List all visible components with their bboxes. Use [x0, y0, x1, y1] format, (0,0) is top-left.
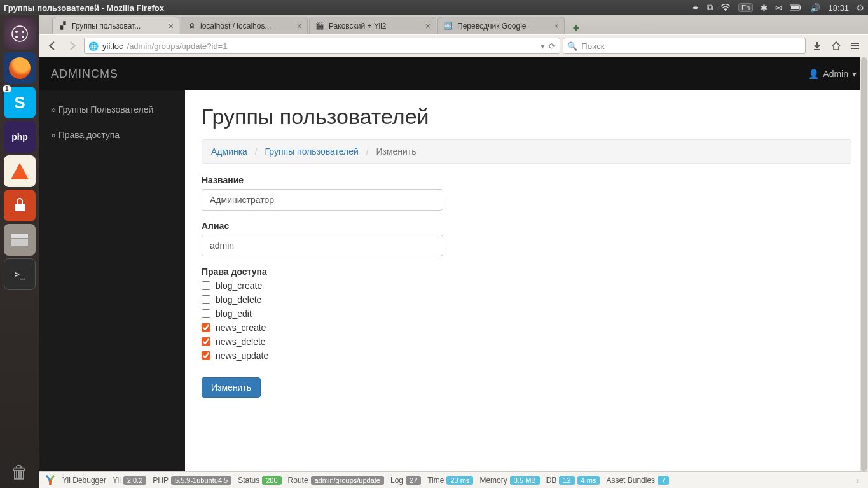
tab-strip: ▞ Группы пользоват... × 🛢 localhost / lo…: [39, 15, 868, 34]
terminal-icon[interactable]: [4, 258, 36, 290]
reload-icon[interactable]: ⟳: [549, 41, 556, 51]
svg-point-4: [12, 26, 27, 41]
debug-title: Yii Debugger: [62, 476, 106, 485]
permission-checkbox[interactable]: [202, 309, 210, 318]
svg-rect-10: [11, 234, 28, 238]
debug-php-version: 5.5.9-1ubuntu4.5: [171, 476, 231, 485]
svg-rect-9: [15, 204, 25, 211]
alias-input[interactable]: [202, 235, 443, 256]
new-tab-button[interactable]: +: [568, 22, 584, 34]
name-input[interactable]: [202, 189, 443, 211]
permissions-label: Права доступа: [202, 267, 851, 277]
breadcrumb-link[interactable]: Админка: [211, 146, 247, 157]
permission-checkbox[interactable]: [202, 281, 210, 290]
gear-icon[interactable]: ⚙: [857, 3, 864, 13]
debug-status: 200: [262, 476, 281, 485]
debug-db-queries: 12: [559, 476, 574, 485]
permission-row: blog_edit: [202, 309, 851, 319]
breadcrumb: Админка / Группы пользователей / Изменит…: [202, 139, 851, 164]
permission-row: news_update: [202, 351, 851, 361]
volume-icon[interactable]: 🔊: [810, 3, 820, 13]
breadcrumb-link[interactable]: Группы пользователей: [265, 146, 359, 157]
favicon-icon: ▞: [58, 21, 68, 31]
name-label: Название: [202, 175, 851, 185]
firefox-icon[interactable]: [4, 52, 36, 84]
content-area: Группы пользователей Админка / Группы по…: [185, 90, 868, 471]
permission-checkbox[interactable]: [202, 295, 210, 304]
skype-icon[interactable]: 1 S: [4, 87, 36, 118]
search-icon: 🔍: [567, 41, 577, 51]
tab-close-icon[interactable]: ×: [425, 21, 431, 31]
tab-close-icon[interactable]: ×: [554, 21, 559, 31]
permission-checkbox[interactable]: [202, 337, 210, 346]
phpstorm-icon[interactable]: php: [4, 121, 36, 153]
search-placeholder: Поиск: [581, 41, 604, 51]
tab-label: Раковский + Yii2: [329, 22, 422, 31]
skype-badge: 1: [3, 85, 11, 92]
user-name: Admin: [823, 69, 848, 79]
permission-checkbox[interactable]: [202, 323, 210, 332]
permissions-list: blog_createblog_deleteblog_editnews_crea…: [202, 281, 851, 361]
debug-collapse-icon[interactable]: ›: [852, 475, 863, 485]
submit-button[interactable]: Изменить: [202, 377, 261, 398]
home-button[interactable]: [827, 37, 845, 55]
clock[interactable]: 18:31: [828, 3, 849, 13]
browser-tab[interactable]: 🎬 Раковский + Yii2 ×: [309, 17, 436, 34]
permission-row: news_create: [202, 323, 851, 333]
dash-icon[interactable]: [4, 18, 36, 50]
url-bar[interactable]: 🌐 yii.loc/admin/groups/update?id=1 ▾⟳: [84, 38, 560, 54]
debug-yii-version: 2.0.2: [123, 476, 146, 485]
debug-route: admin/groups/update: [311, 476, 384, 485]
feather-icon[interactable]: ✒: [692, 3, 699, 13]
chevron-down-icon: ▾: [852, 69, 857, 79]
svg-point-5: [15, 31, 18, 33]
brand[interactable]: ADMINCMS: [51, 67, 118, 81]
file-manager-icon[interactable]: [4, 224, 36, 256]
breadcrumb-active: Изменить: [376, 146, 416, 157]
forward-button[interactable]: [64, 37, 81, 55]
keyboard-layout[interactable]: En: [738, 3, 753, 12]
battery-icon[interactable]: [790, 4, 803, 11]
tab-close-icon[interactable]: ×: [169, 21, 174, 31]
software-center-icon[interactable]: [4, 190, 36, 221]
dropbox-icon[interactable]: ⧉: [707, 3, 713, 13]
svg-point-6: [22, 31, 24, 33]
yii-debug-bar[interactable]: Yii Debugger Yii2.0.2 PHP5.5.9-1ubuntu4.…: [39, 471, 868, 488]
page-title: Группы пользователей: [202, 104, 851, 129]
mail-icon[interactable]: ✉: [775, 3, 782, 13]
browser-tab[interactable]: 🛢 localhost / localhos... ×: [181, 17, 308, 34]
browser-tab[interactable]: ▞ Группы пользоват... ×: [52, 17, 179, 34]
tab-label: localhost / localhos...: [200, 22, 293, 31]
downloads-button[interactable]: [808, 37, 826, 55]
permission-checkbox[interactable]: [202, 351, 210, 360]
vertical-scrollbar[interactable]: [860, 57, 868, 471]
tab-label: Переводчик Google: [457, 22, 550, 31]
debug-log: 27: [406, 476, 421, 485]
tab-close-icon[interactable]: ×: [297, 21, 302, 31]
search-bar[interactable]: 🔍 Поиск: [563, 38, 806, 54]
permission-row: blog_create: [202, 281, 851, 291]
browser-tab[interactable]: 🔤 Переводчик Google ×: [437, 17, 565, 34]
bluetooth-icon[interactable]: ✱: [761, 3, 768, 13]
svg-rect-2: [800, 6, 801, 9]
wifi-icon[interactable]: [720, 4, 731, 11]
side-nav: » Группы Пользователей » Права доступа: [39, 90, 185, 471]
debug-db-time: 4 ms: [577, 476, 600, 485]
window-title: Группы пользователей - Mozilla Firefox: [4, 3, 692, 13]
app-header: ADMINCMS 👤 Admin ▾: [39, 57, 868, 90]
dropdown-icon[interactable]: ▾: [541, 41, 545, 51]
alias-label: Алиас: [202, 221, 851, 231]
nav-groups[interactable]: » Группы Пользователей: [39, 97, 185, 122]
nav-permissions[interactable]: » Права доступа: [39, 122, 185, 148]
trash-icon[interactable]: 🗑: [4, 456, 36, 488]
user-menu[interactable]: 👤 Admin ▾: [808, 69, 857, 79]
yii-logo-icon: [45, 475, 56, 486]
hamburger-menu-icon[interactable]: [846, 37, 864, 55]
permission-label: news_create: [216, 323, 266, 333]
permission-label: news_delete: [216, 337, 266, 347]
vlc-icon[interactable]: [4, 155, 36, 187]
globe-icon: 🌐: [88, 41, 99, 51]
user-icon: 👤: [808, 69, 819, 79]
page-viewport: ADMINCMS 👤 Admin ▾ » Группы Пользователе…: [39, 57, 868, 471]
back-button[interactable]: [43, 37, 61, 55]
